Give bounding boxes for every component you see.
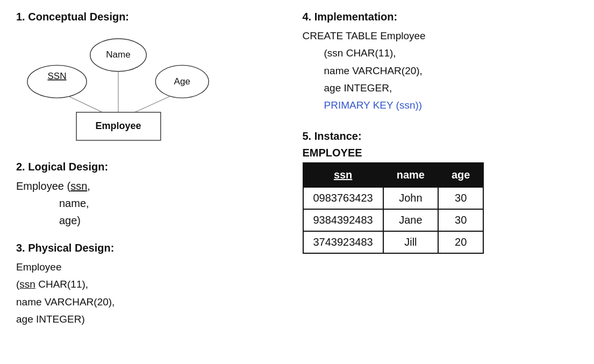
er-diagram: SSN Name Age Employee [16, 27, 220, 151]
table-cell: 9384392483 [303, 209, 383, 231]
col-header-name: name [383, 163, 438, 187]
impl-line-5: PRIMARY KEY (ssn)) [324, 97, 578, 114]
table-row: 3743923483Jill20 [303, 231, 484, 253]
instance-title: 5. Instance: [303, 130, 578, 142]
table-cell: John [383, 187, 438, 209]
col-header-age: age [438, 163, 483, 187]
physical-text: Employee (ssn CHAR(11), name VARCHAR(20)… [16, 259, 287, 328]
implementation-title: 4. Implementation: [303, 11, 578, 23]
instance-section: 5. Instance: EMPLOYEE ssn name age 09837… [303, 130, 578, 254]
table-cell: 20 [438, 231, 483, 253]
col-header-ssn: ssn [303, 163, 383, 187]
employee-table: ssn name age 0983763423John309384392483J… [303, 162, 484, 254]
impl-line-2: (ssn CHAR(11), [324, 45, 578, 62]
conceptual-title: 1. Conceptual Design: [16, 11, 287, 23]
main-grid: 1. Conceptual Design: SSN Name [16, 11, 578, 341]
left-column: 1. Conceptual Design: SSN Name [16, 11, 297, 341]
physical-line-1: Employee [16, 259, 287, 276]
physical-line-3: name VARCHAR(20), [16, 294, 287, 311]
table-cell: 0983763423 [303, 187, 383, 209]
table-cell: Jane [383, 209, 438, 231]
logical-title: 2. Logical Design: [16, 161, 287, 173]
svg-text:Employee: Employee [95, 120, 141, 131]
logical-ssn: ssn [70, 180, 87, 192]
impl-line-1: CREATE TABLE Employee [303, 27, 578, 45]
right-column: 4. Implementation: CREATE TABLE Employee… [297, 11, 578, 341]
svg-text:Name: Name [106, 49, 131, 60]
physical-line-2: (ssn CHAR(11), [16, 276, 287, 293]
implementation-text: CREATE TABLE Employee (ssn CHAR(11), nam… [303, 27, 578, 114]
table-cell: 30 [438, 187, 483, 209]
implementation-section: 4. Implementation: CREATE TABLE Employee… [303, 11, 578, 114]
table-title: EMPLOYEE [303, 147, 578, 159]
svg-text:SSN: SSN [47, 71, 66, 81]
table-cell: 30 [438, 209, 483, 231]
table-cell: 3743923483 [303, 231, 383, 253]
physical-title: 3. Physical Design: [16, 242, 287, 254]
svg-point-3 [27, 65, 87, 98]
impl-line-4: age INTEGER, [324, 80, 578, 97]
table-row: 0983763423John30 [303, 187, 484, 209]
table-header-row: ssn name age [303, 163, 484, 187]
impl-line-3: name VARCHAR(20), [324, 62, 578, 80]
physical-section: 3. Physical Design: Employee (ssn CHAR(1… [16, 242, 287, 328]
physical-line-4: age INTEGER) [16, 311, 287, 328]
conceptual-section: 1. Conceptual Design: SSN Name [16, 11, 287, 151]
logical-age: age) [59, 212, 287, 229]
table-cell: Jill [383, 231, 438, 253]
svg-text:Age: Age [174, 76, 190, 87]
logical-name: name, [59, 195, 287, 212]
logical-text: Employee (ssn, name, age) [16, 177, 287, 229]
table-body: 0983763423John309384392483Jane3037439234… [303, 187, 484, 253]
table-row: 9384392483Jane30 [303, 209, 484, 231]
logical-section: 2. Logical Design: Employee (ssn, name, … [16, 161, 287, 229]
